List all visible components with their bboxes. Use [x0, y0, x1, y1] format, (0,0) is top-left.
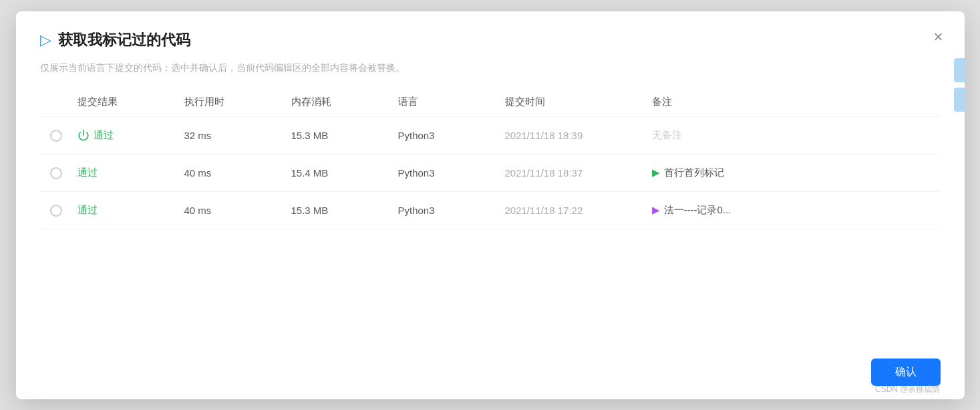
radio-cell[interactable]	[40, 116, 72, 154]
time-cell: 40 ms	[179, 154, 286, 191]
table-header-row: 提交结果 执行用时 内存消耗 语言 提交时间 备注	[40, 88, 941, 117]
flag-icon: ▶	[652, 167, 660, 179]
close-button[interactable]: ×	[933, 29, 943, 45]
result-text: 通过	[77, 167, 98, 178]
note-text: 首行首列标记	[664, 167, 724, 179]
memory-cell: 15.3 MB	[286, 191, 393, 229]
result-cell: 通过	[72, 116, 179, 154]
no-note: 无备注	[652, 129, 682, 142]
col-memory-header: 内存消耗	[286, 88, 393, 117]
col-note-header: 备注	[647, 88, 941, 117]
col-select	[40, 88, 72, 117]
dialog-description: 仅展示当前语言下提交的代码；选中并确认后，当前代码编辑区的全部内容将会被替换。	[16, 57, 965, 74]
dialog: ▷ 获取我标记过的代码 × 仅展示当前语言下提交的代码；选中并确认后，当前代码编…	[16, 11, 965, 399]
language-cell: Python3	[393, 191, 500, 229]
col-time-header: 执行用时	[179, 88, 286, 117]
edge-tab-1	[954, 58, 966, 82]
watermark: CSDN @余柳成荫	[875, 384, 941, 395]
submit-time-cell: 2021/11/18 17:22	[500, 191, 647, 229]
submit-time-cell: 2021/11/18 18:37	[500, 154, 647, 191]
result-cell: 通过	[72, 191, 179, 229]
note-text: 法一----记录0...	[664, 204, 731, 217]
confirm-button[interactable]: 确认	[871, 358, 941, 386]
edge-tab-2	[954, 88, 966, 112]
col-submittime-header: 提交时间	[500, 88, 647, 117]
submit-time-cell: 2021/11/18 18:39	[500, 116, 647, 154]
dialog-header: ▷ 获取我标记过的代码 ×	[16, 11, 965, 57]
submissions-table: 提交结果 执行用时 内存消耗 语言 提交时间 备注 通过32 ms15.3 MB…	[40, 88, 941, 229]
radio-button[interactable]	[50, 205, 62, 217]
dialog-title-icon: ▷	[40, 31, 51, 49]
memory-cell: 15.3 MB	[286, 116, 393, 154]
power-icon	[77, 129, 90, 141]
language-cell: Python3	[393, 116, 500, 154]
radio-cell[interactable]	[40, 154, 72, 191]
flag-icon: ▶	[652, 204, 660, 216]
language-cell: Python3	[393, 154, 500, 191]
time-cell: 32 ms	[179, 116, 286, 154]
note-cell: 无备注	[647, 116, 941, 154]
col-language-header: 语言	[393, 88, 500, 117]
dialog-title: 获取我标记过的代码	[58, 30, 190, 50]
note-cell: ▶法一----记录0...	[647, 191, 941, 229]
edge-decoration	[954, 58, 966, 116]
dialog-footer: 确认 CSDN @余柳成荫	[16, 346, 965, 399]
radio-button[interactable]	[50, 167, 62, 179]
note-cell: ▶首行首列标记	[647, 154, 941, 191]
table-row: 通过40 ms15.3 MBPython32021/11/18 17:22▶法一…	[40, 191, 941, 229]
result-text: 通过	[77, 204, 98, 215]
result-text: 通过	[94, 129, 114, 142]
result-cell: 通过	[72, 154, 179, 191]
col-result-header: 提交结果	[72, 88, 179, 117]
radio-cell[interactable]	[40, 191, 72, 229]
table-row: 通过32 ms15.3 MBPython32021/11/18 18:39无备注	[40, 116, 941, 154]
table-container: 提交结果 执行用时 内存消耗 语言 提交时间 备注 通过32 ms15.3 MB…	[16, 88, 965, 346]
dialog-overlay: ▷ 获取我标记过的代码 × 仅展示当前语言下提交的代码；选中并确认后，当前代码编…	[0, 0, 980, 410]
time-cell: 40 ms	[179, 191, 286, 229]
table-row: 通过40 ms15.4 MBPython32021/11/18 18:37▶首行…	[40, 154, 941, 191]
radio-button[interactable]	[50, 130, 62, 142]
memory-cell: 15.4 MB	[286, 154, 393, 191]
